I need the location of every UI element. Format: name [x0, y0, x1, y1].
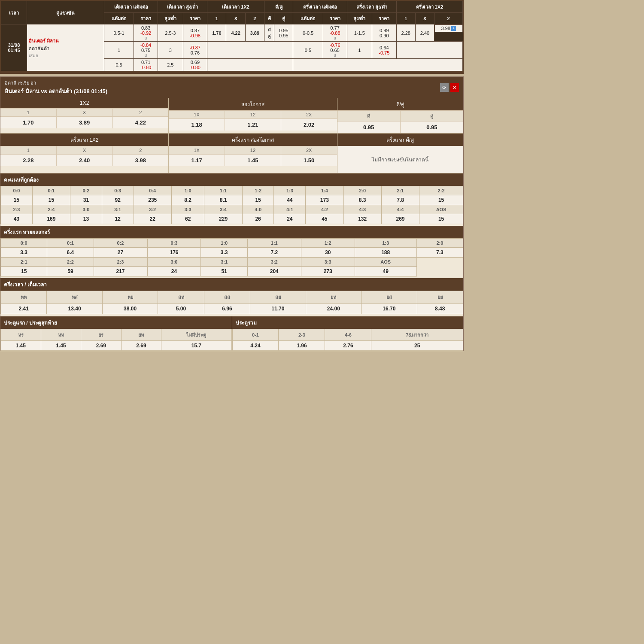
score-label: 2:2: [47, 258, 94, 267]
htft-value[interactable]: 24.00: [306, 304, 361, 314]
score-value[interactable]: 273: [301, 267, 355, 276]
fl-value[interactable]: 1.45: [41, 341, 81, 351]
score-value[interactable]: 217: [94, 267, 147, 276]
close-button[interactable]: ✕: [450, 83, 459, 92]
htft-value[interactable]: 13.40: [47, 304, 103, 314]
oe-labels: คี คู่: [337, 110, 463, 121]
score-label: 1:1: [247, 239, 301, 248]
total-goals-panel: ประตูรวม 0-12-34-67&มากกว่า 4.241.962.76…: [232, 316, 464, 351]
score-value[interactable]: 8.2: [171, 195, 204, 205]
col-time: เวลา: [1, 1, 27, 24]
score-value[interactable]: 15: [32, 195, 70, 205]
fl-value[interactable]: 2.69: [121, 341, 161, 351]
score-value[interactable]: 24: [274, 214, 306, 224]
score-value[interactable]: 6.4: [47, 248, 94, 258]
score-value[interactable]: 43: [1, 214, 33, 224]
htft-value[interactable]: 6.96: [204, 304, 250, 314]
oe-values: 0.95 0.95: [337, 121, 463, 133]
score-label: 0:0: [1, 239, 47, 248]
score-value[interactable]: 132: [343, 214, 381, 224]
htft-table: หหหสหยสหสสสยยหยสยย 2.4113.4038.005.006.9…: [0, 291, 463, 314]
col-ht-handicap: ครึ่งเวลา แต้มต่อ: [293, 1, 347, 13]
score-value[interactable]: 15: [242, 195, 274, 205]
detail-panel: อิตาลี เซเรีย อา อินเตอร์ มิลาน vs อตาลั…: [0, 76, 464, 351]
score-value[interactable]: 51: [201, 267, 247, 276]
score-value[interactable]: 12: [102, 214, 134, 224]
first-last-table: หรหทยรยทไม่มีประตู 1.451.452.692.6915.7: [0, 329, 232, 351]
htft-col-label: หห: [1, 291, 47, 304]
score-label: 1:2: [242, 186, 274, 195]
score-value[interactable]: 45: [306, 214, 343, 224]
dc-labels: 1X 12 2X: [169, 110, 337, 118]
fl-col-label: ไม่มีประตู: [161, 329, 231, 341]
tg-value[interactable]: 4.24: [232, 341, 279, 351]
score-value[interactable]: 15: [419, 195, 463, 205]
score-value[interactable]: 188: [355, 248, 416, 258]
score-value[interactable]: 44: [274, 195, 306, 205]
score-value[interactable]: 22: [134, 214, 171, 224]
htft-col-label: ยย: [417, 291, 463, 304]
score-value[interactable]: 229: [204, 214, 242, 224]
score-value[interactable]: 169: [32, 214, 70, 224]
score-value[interactable]: 15: [1, 267, 47, 276]
score-value[interactable]: 269: [381, 214, 419, 224]
score-value[interactable]: 15: [419, 214, 463, 224]
tg-value[interactable]: 1.96: [279, 341, 325, 351]
main-markets-row: 1X2 1 X 2 1.70 3.89 4.22 สองโอกาส 1X 12 …: [0, 98, 463, 134]
score-value[interactable]: 30: [301, 248, 355, 258]
score-value[interactable]: 3.3: [201, 248, 247, 258]
score-label: 4:1: [274, 205, 306, 214]
score-label: 2:4: [32, 205, 70, 214]
score-value[interactable]: 26: [242, 214, 274, 224]
expand-btn[interactable]: +: [451, 26, 456, 31]
score-value[interactable]: 92: [102, 195, 134, 205]
score-value[interactable]: 24: [147, 267, 201, 276]
score-label: 0:1: [32, 186, 70, 195]
score-value[interactable]: 59: [47, 267, 94, 276]
tg-value[interactable]: 25: [371, 341, 463, 351]
fl-value[interactable]: 2.69: [81, 341, 122, 351]
score-value[interactable]: 27: [94, 248, 147, 258]
fl-value[interactable]: 15.7: [161, 341, 231, 351]
htft-value[interactable]: 16.70: [361, 304, 417, 314]
score-value[interactable]: 173: [306, 195, 343, 205]
tg-value[interactable]: 2.76: [325, 341, 371, 351]
refresh-button[interactable]: ⟳: [440, 83, 449, 92]
htft-value[interactable]: 2.41: [1, 304, 47, 314]
score-label: 2:1: [1, 258, 47, 267]
score-label: 4:4: [381, 205, 419, 214]
score-value[interactable]: 235: [134, 195, 171, 205]
score-value[interactable]: 204: [247, 267, 301, 276]
score-value[interactable]: 49: [355, 267, 416, 276]
htft-value[interactable]: 8.48: [417, 304, 463, 314]
score-value[interactable]: 62: [171, 214, 204, 224]
score-value[interactable]: 31: [70, 195, 102, 205]
col-ft-1x2: เต็มเวลา 1X2: [207, 1, 264, 13]
total-goals-table: 0-12-34-67&มากกว่า 4.241.962.7625: [232, 329, 464, 351]
score-value[interactable]: 8.1: [204, 195, 242, 205]
score-value[interactable]: 7.8: [381, 195, 419, 205]
double-chance-panel: สองโอกาส 1X 12 2X 1.18 1.21 2.02: [169, 98, 337, 133]
htft-value[interactable]: 5.00: [158, 304, 204, 314]
htft-value[interactable]: 38.00: [102, 304, 158, 314]
score-label: 0:2: [94, 239, 147, 248]
bottom-panels: ประตูแรก / ประตูสุดท้าย หรหทยรยทไม่มีประ…: [0, 316, 463, 351]
score-label: 0:3: [147, 239, 201, 248]
score-label: 3:0: [147, 258, 201, 267]
ht-x12-labels: 1 X 2: [0, 146, 168, 154]
score-value[interactable]: 176: [147, 248, 201, 258]
score-value[interactable]: 7.2: [247, 248, 301, 258]
score-value[interactable]: 15: [1, 195, 33, 205]
col-oddeven: คี/คู่: [264, 1, 293, 13]
ht-x12-panel: ครึ่งแรก 1X2 1 X 2 2.28 2.40 3.98: [0, 134, 169, 173]
score-label: AOS: [419, 205, 463, 214]
score-value[interactable]: 7.3: [416, 248, 463, 258]
score-label: 2:1: [381, 186, 419, 195]
score-value[interactable]: 8.3: [343, 195, 381, 205]
score-value[interactable]: 3.3: [1, 248, 47, 258]
htft-value[interactable]: 11.70: [250, 304, 306, 314]
score-label: 1:3: [274, 186, 306, 195]
score-value[interactable]: 13: [70, 214, 102, 224]
col-ft-ou: เต็มเวลา สูง/ต่ำ: [158, 1, 207, 13]
fl-value[interactable]: 1.45: [1, 341, 41, 351]
